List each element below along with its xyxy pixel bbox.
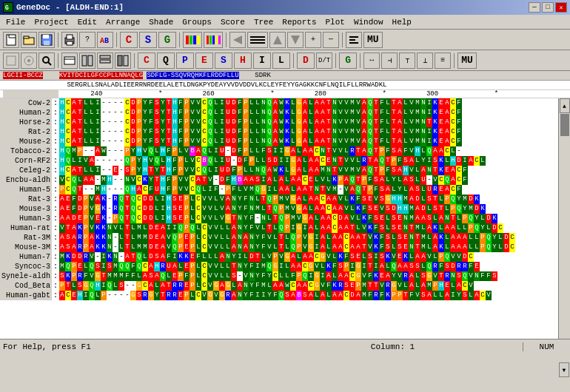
- seq-row: Rat-3M:ASARPAKKN-LTLMMDEAVQPEPLCVVLLANAN…: [0, 233, 558, 243]
- tb2-btn2[interactable]: [21, 53, 37, 69]
- tb2-eq-btn[interactable]: ≡: [435, 53, 451, 69]
- seq-row: Horse-2:HCATLLI----CDPYFSYTHFPVVCQLIUDFP…: [0, 118, 558, 127]
- blocks2-btn[interactable]: [204, 32, 223, 48]
- seq-label: Encbu-aldh: [0, 175, 52, 185]
- tb2-pipe-btn[interactable]: ⊣: [381, 53, 398, 69]
- abc-btn[interactable]: AB: [97, 32, 113, 48]
- seq-residues: HCATLLI----CDPYFSYTHFPVVCQLIUDFPLLNQAWKL…: [59, 118, 462, 127]
- g-btn[interactable]: G: [158, 32, 176, 48]
- sep-6: [58, 53, 58, 68]
- tb2-g2-btn[interactable]: G: [339, 53, 357, 69]
- title-bar-left: G GeneDoc - [ALDH-END:1]: [3, 2, 124, 13]
- svg-rect-45: [124, 55, 128, 66]
- svg-rect-8: [43, 35, 49, 38]
- s-btn[interactable]: S: [139, 32, 157, 48]
- tb2-up2-btn[interactable]: ⊤: [399, 53, 415, 69]
- blocks-btn[interactable]: [183, 32, 202, 48]
- sep-2: [116, 33, 117, 47]
- menu-tree[interactable]: Tree: [249, 15, 278, 29]
- seq-row: Human-7:MKDDRV-IKN-ATQLDSAFIKKEFLLLANYIL…: [0, 252, 558, 262]
- title-bar-text: GeneDoc - [ALDH-END:1]: [16, 3, 124, 12]
- seq-label: Cow-2: [0, 98, 52, 108]
- new-btn[interactable]: [3, 32, 19, 48]
- menu-score[interactable]: Score: [216, 15, 249, 29]
- sep-3: [179, 33, 180, 47]
- tb2-p-btn[interactable]: P: [176, 53, 194, 69]
- info-bar: LGCII-BCCZ KVITDCILGFCCPLLNNAQLG SDFLG-S…: [0, 71, 570, 81]
- menu-edit[interactable]: Edit: [73, 15, 101, 29]
- tb2-btn7[interactable]: [115, 53, 131, 69]
- find-btn[interactable]: [38, 53, 55, 69]
- menu-groups[interactable]: Groups: [178, 15, 216, 29]
- menu-plot[interactable]: Plot: [321, 15, 349, 29]
- seq-colon: :: [52, 252, 59, 262]
- tb2-i-btn[interactable]: I: [253, 53, 271, 69]
- menu-window[interactable]: Window: [349, 15, 388, 29]
- svg-rect-43: [100, 60, 110, 63]
- seq-rows: Cow-2:HCATLLI----CDPYFSYTHFPVVCQLIUDFPLL…: [0, 98, 558, 339]
- tb2-c-btn[interactable]: C: [138, 53, 155, 69]
- svg-text:G: G: [5, 4, 9, 12]
- c-btn[interactable]: C: [120, 32, 138, 48]
- seq-colon: :: [52, 185, 59, 195]
- seq-residues: MQPELQSISMQQFQCAHRUALEPLCVVLLTNYFIMQGILA…: [59, 262, 480, 271]
- sequence-area[interactable]: Cow-2:HCATLLI----CDPYFSYTHFPVVCQLIUDFPLL…: [0, 98, 570, 339]
- plus-btn[interactable]: +: [305, 32, 321, 48]
- seq-row: Human-3:AADEPVEK-PQTQCDDLIHSEPLCVVLVGTNY…: [0, 214, 558, 223]
- tb2-btn4[interactable]: [61, 53, 78, 69]
- menu-shade[interactable]: Shade: [144, 15, 178, 29]
- seq-label: Mouse-3M: [0, 243, 52, 252]
- menu-file[interactable]: File: [1, 15, 30, 29]
- tb2-arrow-btn[interactable]: ↔: [363, 53, 380, 69]
- lines-btn[interactable]: [247, 32, 268, 48]
- seq-row: Human-2:HCATLLI----CDPYFSYTHFPVVCQLIUDFP…: [0, 108, 558, 118]
- seq-colon: :: [52, 195, 59, 204]
- up-btn[interactable]: [269, 32, 286, 48]
- tb2-btn5[interactable]: [79, 53, 95, 69]
- tb2-s-btn[interactable]: S: [215, 53, 232, 69]
- svg-rect-17: [193, 36, 196, 44]
- open-btn[interactable]: [21, 32, 37, 48]
- save-btn[interactable]: [38, 32, 55, 48]
- menu-help[interactable]: Help: [388, 15, 416, 29]
- help-btn[interactable]: ?: [79, 32, 95, 48]
- tb2-d-btn[interactable]: D: [297, 53, 315, 69]
- seq-colon: :: [52, 223, 59, 233]
- close-button[interactable]: ✕: [555, 2, 567, 13]
- tb2-dst-btn[interactable]: D/T: [316, 53, 332, 69]
- menu-project[interactable]: Project: [30, 15, 73, 29]
- mu-btn[interactable]: MU: [363, 32, 383, 48]
- menu-reports[interactable]: Reports: [278, 15, 321, 29]
- seq-row: Mouse-2:HCATLLI----CDPYFSYTHFPVVCQLIUDFP…: [0, 137, 558, 146]
- tb2-h-btn[interactable]: H: [234, 53, 252, 69]
- minus-btn[interactable]: ─: [323, 32, 339, 48]
- tb2-btn1[interactable]: [3, 53, 19, 69]
- minimize-button[interactable]: ─: [529, 2, 540, 13]
- seq-label: Horse-2: [0, 118, 52, 127]
- seq-label: Rat-3M: [0, 233, 52, 243]
- arrow-btn[interactable]: [229, 32, 246, 48]
- seq-label: Celeg-2: [0, 166, 52, 175]
- tb2-e-btn[interactable]: E: [195, 53, 213, 69]
- v-scrollbar[interactable]: ▲ ▼: [558, 98, 570, 339]
- tb2-down2-btn[interactable]: ⊥: [417, 53, 433, 69]
- seq-label: Human-2: [0, 108, 52, 118]
- seq-residues: HQMP--AW---PYHVQLHFPLVBAQLIU-DFPLLFSIIGA…: [59, 146, 462, 156]
- tb2-l-btn[interactable]: L: [272, 53, 290, 69]
- menu-arrange[interactable]: Arrange: [101, 15, 144, 29]
- seq-residues: HCATLLI----CDPYFSYTHFPVVCQLIUDFPLLNQAWKL…: [59, 98, 462, 108]
- sep-10: [360, 53, 361, 68]
- svg-rect-18: [197, 36, 200, 44]
- seq-row: Cod_Beta:PTLSGQHIQLS--GCALATRREPLCVGAGLA…: [0, 281, 558, 291]
- print-btn[interactable]: [61, 32, 78, 48]
- tb2-mu-btn[interactable]: MU: [457, 53, 477, 69]
- seq-colon: :: [52, 127, 59, 137]
- maximize-button[interactable]: □: [542, 2, 554, 13]
- seq-row: Human-gabt:ACEHIQLP----GSRGYTRREPLCVGVGR…: [0, 291, 558, 300]
- tb2-q-btn[interactable]: Q: [157, 53, 175, 69]
- seq-colon: :: [52, 98, 59, 108]
- align-left-btn[interactable]: [346, 32, 362, 48]
- seq-label: Synele-aldh: [0, 271, 52, 281]
- down-btn[interactable]: [287, 32, 304, 48]
- tb2-btn6[interactable]: [97, 53, 113, 69]
